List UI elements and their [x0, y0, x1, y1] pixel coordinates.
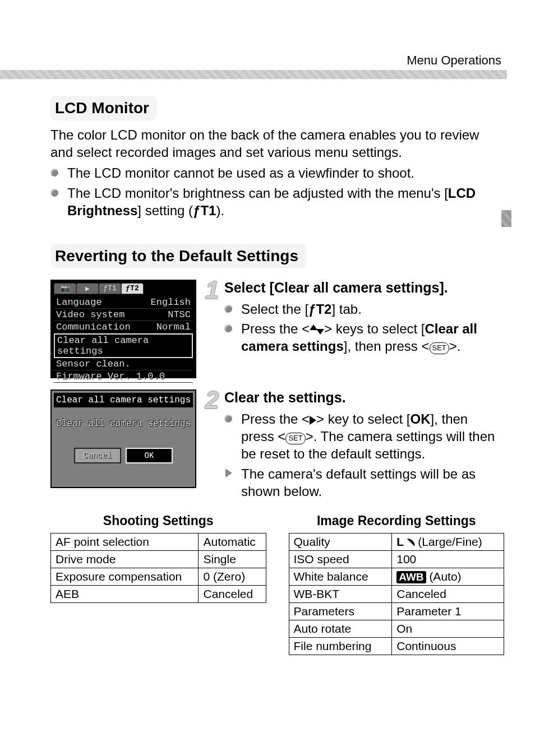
text: ] setting (	[137, 203, 193, 218]
lcd-tab: 📷	[54, 283, 76, 294]
table-key: Quality	[289, 533, 392, 550]
text: ], then press <	[344, 338, 430, 354]
text: The LCD monitor's brightness can be adju…	[67, 185, 448, 201]
shooting-settings-table: AF point selectionAutomaticDrive modeSin…	[50, 533, 266, 603]
lcd-menu-row: Video systemNTSC	[54, 309, 193, 321]
step-number-1: 1	[205, 276, 219, 304]
table-key: Parameters	[289, 602, 392, 620]
text: 1	[209, 203, 216, 218]
right-arrow-icon	[310, 411, 316, 426]
text: > keys to select [	[324, 321, 425, 336]
awb-icon: AWB	[396, 571, 426, 583]
table-value: L (Large/Fine)	[392, 533, 504, 550]
lcd-tab: ƒT1	[99, 283, 121, 294]
lcd-row-label: Clear all camera settings	[57, 335, 190, 356]
table-key: White balance	[289, 568, 392, 585]
lcd-tabs: 📷 ▶ ƒT1 ƒT2	[54, 283, 193, 294]
lcd-ok-button: OK	[126, 448, 173, 463]
text: Select the [	[241, 302, 308, 317]
table-key: Auto rotate	[289, 620, 392, 637]
set-icon: SET	[285, 433, 305, 444]
text: ] tab.	[331, 302, 361, 317]
table-row: ParametersParameter 1	[289, 602, 504, 620]
table-row: Exposure compensation0 (Zero)	[51, 568, 266, 585]
image-settings-table: QualityL (Large/Fine)ISO speed100White b…	[289, 533, 505, 655]
table-row: ISO speed100	[289, 550, 504, 568]
table-key: File numbering	[289, 637, 392, 655]
text-bold: OK	[410, 411, 430, 426]
wrench-icon: ƒT	[193, 202, 209, 219]
shooting-settings-title: Shooting Settings	[50, 513, 266, 528]
lcd-row-label: Video system	[56, 309, 168, 320]
up-down-icon	[310, 324, 324, 335]
table-key: Drive mode	[51, 550, 199, 568]
text: 2	[324, 302, 331, 317]
quality-icon	[407, 539, 415, 546]
step1-bullet-1: Select the [ƒT2] tab.	[224, 300, 504, 318]
lcd-row-label: Sensor clean.	[56, 359, 191, 369]
text: ).	[216, 203, 224, 218]
header-divider	[0, 70, 507, 79]
table-row: AEBCanceled	[51, 585, 266, 602]
image-settings-title: Image Recording Settings	[289, 513, 505, 528]
table-key: ISO speed	[289, 550, 392, 568]
lcd-monitor-para: The color LCD monitor on the back of the…	[50, 126, 504, 161]
lcd-row-label: Language	[56, 297, 151, 308]
lcd-menu-row: Clear all camera settings	[54, 333, 193, 358]
lcd-bullet-1: The LCD monitor cannot be used as a view…	[50, 164, 504, 182]
step2-bullet-1: Press the <> key to select [OK], then pr…	[224, 410, 504, 463]
lcd-menu-row: LanguageEnglish	[54, 296, 193, 309]
table-key: WB-BKT	[289, 585, 392, 602]
lcd-menu-row: CommunicationNormal	[54, 321, 193, 333]
table-value: Continuous	[392, 637, 504, 655]
heading-reverting: Reverting to the Default Settings	[50, 244, 306, 268]
lcd-menu-row: Sensor clean.	[54, 358, 193, 370]
table-row: Auto rotateOn	[289, 620, 504, 637]
table-value: Canceled	[199, 585, 266, 602]
step-number-2: 2	[205, 386, 219, 414]
text: Press the <	[241, 321, 310, 336]
lcd-cancel-button: Cancel	[74, 448, 121, 463]
table-key: AEB	[51, 585, 199, 602]
lcd-tab-active: ƒT2	[121, 283, 144, 294]
step1-title: Select [Clear all camera settings].	[224, 280, 504, 296]
text: >.	[449, 338, 461, 354]
table-key: AF point selection	[51, 533, 199, 550]
lcd-bullet-2: The LCD monitor's brightness can be adju…	[50, 184, 504, 219]
table-key: Exposure compensation	[51, 568, 199, 585]
lcd-confirm-message: Clear all camera settings	[54, 419, 193, 429]
table-row: Drive modeSingle	[51, 550, 266, 568]
text: > key to select [	[316, 411, 410, 426]
table-value: 100	[392, 550, 504, 568]
table-value: AWB (Auto)	[392, 568, 504, 585]
step2-bullet-2: The camera's default settings will be as…	[224, 465, 504, 500]
table-value: Canceled	[392, 585, 504, 602]
table-row: AF point selectionAutomatic	[51, 533, 266, 550]
table-row: QualityL (Large/Fine)	[289, 533, 504, 550]
lcd-row-label: Communication	[56, 322, 156, 332]
lcd-tab: ▶	[76, 283, 99, 294]
lcd-row-value: English	[151, 297, 191, 308]
table-value: 0 (Zero)	[199, 568, 266, 585]
lcd-row-value: Normal	[156, 322, 191, 332]
lcd-screenshot-confirm: Clear all camera settings Clear all came…	[50, 389, 196, 488]
text: Press the <	[241, 411, 310, 426]
lcd-menu-row: Firmware Ver. 1.0.0	[54, 370, 193, 383]
set-icon: SET	[430, 342, 449, 354]
step2-title: Clear the settings.	[224, 389, 504, 406]
table-value: Single	[199, 550, 266, 568]
text: L	[396, 535, 407, 548]
lcd-screenshot-menu: 📷 ▶ ƒT1 ƒT2 LanguageEnglishVideo systemN…	[50, 280, 196, 378]
table-row: White balanceAWB (Auto)	[289, 568, 504, 585]
table-row: File numberingContinuous	[289, 637, 504, 655]
table-value: Parameter 1	[392, 602, 504, 620]
table-value: Automatic	[199, 533, 266, 550]
step1-bullet-2: Press the <> keys to select [Clear all c…	[224, 320, 504, 355]
table-value: On	[392, 620, 504, 637]
wrench-icon: ƒT	[308, 300, 324, 318]
lcd-row-value: NTSC	[168, 309, 191, 320]
page-header: Menu Operations	[28, 53, 504, 68]
lcd-confirm-title: Clear all camera settings	[54, 393, 193, 407]
table-row: WB-BKTCanceled	[289, 585, 504, 602]
heading-lcd-monitor: LCD Monitor	[50, 96, 157, 120]
